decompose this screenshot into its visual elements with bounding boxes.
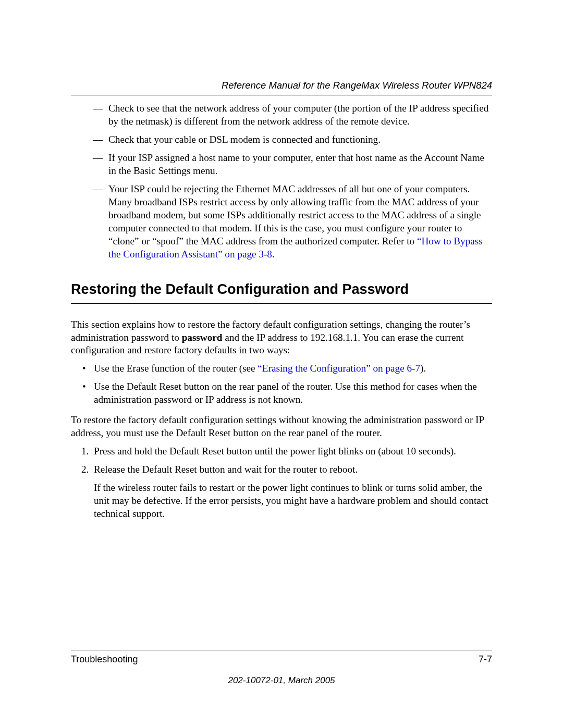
dash-item-suffix: . [272, 249, 275, 260]
step-continuation: If the wireless router fails to restart … [94, 482, 492, 521]
bullet-item: Use the Erase function of the router (se… [82, 362, 492, 375]
footer-rule [71, 650, 492, 650]
step-number: 1. [81, 445, 89, 458]
bullet1-post: ). [420, 363, 426, 374]
running-header: Reference Manual for the RangeMax Wirele… [71, 79, 492, 92]
step-text: Press and hold the Default Reset button … [94, 446, 456, 456]
footer-docnum: 202-10072-01, March 2005 [71, 675, 492, 686]
header-rule [71, 95, 492, 95]
footer-page: 7-7 [479, 653, 492, 665]
footer-section: Troubleshooting [71, 653, 138, 665]
step-item: 2. Release the Default Reset button and … [82, 463, 492, 521]
bullet-item: Use the Default Reset button on the rear… [82, 380, 492, 406]
section-heading: Restoring the Default Configuration and … [71, 280, 492, 299]
dash-list: Check to see that the network address of… [95, 102, 492, 261]
restore-paragraph: To restore the factory default configura… [71, 414, 492, 440]
dash-item: Your ISP could be rejecting the Ethernet… [95, 183, 492, 261]
numbered-steps: 1. Press and hold the Default Reset butt… [82, 445, 492, 521]
dash-item: If your ISP assigned a host name to your… [95, 152, 492, 178]
intro-paragraph: This section explains how to restore the… [71, 318, 492, 357]
step-item: 1. Press and hold the Default Reset butt… [82, 445, 492, 458]
heading-rule [71, 303, 492, 304]
dash-item: Check to see that the network address of… [95, 102, 492, 128]
bullet-list: Use the Erase function of the router (se… [82, 362, 492, 406]
footer-line: Troubleshooting 7-7 [71, 653, 492, 665]
erase-config-link[interactable]: “Erasing the Configuration” on page 6-7 [258, 363, 420, 374]
step-text: Release the Default Reset button and wai… [94, 464, 358, 475]
step-number: 2. [81, 463, 89, 476]
dash-item: Check that your cable or DSL modem is co… [95, 133, 492, 146]
bullet1-pre: Use the Erase function of the router (se… [94, 363, 258, 374]
password-literal: password [182, 332, 223, 343]
